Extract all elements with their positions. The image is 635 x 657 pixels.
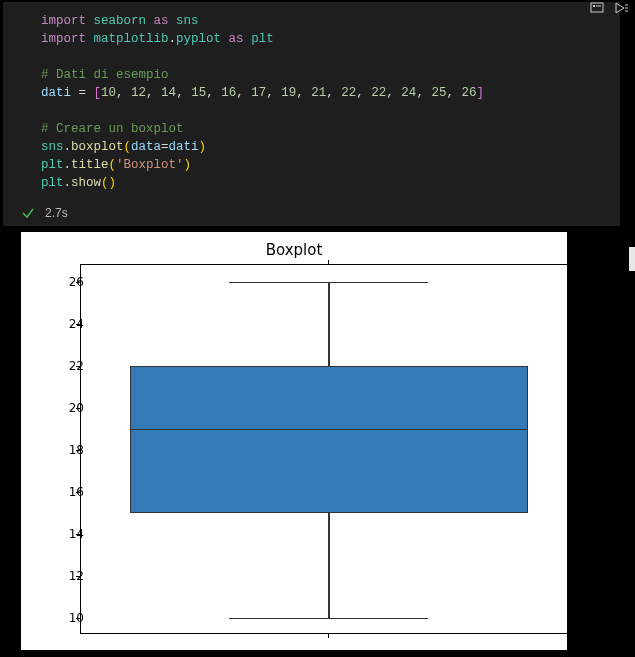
y-tick-mark-right [576, 408, 581, 409]
punct: . [64, 158, 72, 172]
number: 17 [251, 86, 266, 100]
number: 22 [341, 86, 356, 100]
box-iqr [130, 366, 528, 513]
chart-title: Boxplot [21, 241, 567, 259]
number: 14 [161, 86, 176, 100]
comment: # Creare un boxplot [41, 122, 184, 136]
whisker-cap-upper [229, 282, 428, 284]
object: sns [41, 140, 64, 154]
y-tick-mark-right [576, 534, 581, 535]
y-tick-mark [76, 492, 81, 493]
whisker-cap-lower [229, 618, 428, 620]
y-tick-mark [76, 282, 81, 283]
number: 22 [371, 86, 386, 100]
y-tick-mark [76, 408, 81, 409]
number: 12 [131, 86, 146, 100]
keyword: as [229, 32, 244, 46]
code-cell: import seaborn as sns import matplotlib.… [3, 2, 620, 226]
execution-time: 2.7s [45, 206, 68, 220]
y-tick-mark [76, 576, 81, 577]
param: data [131, 140, 161, 154]
y-tick-mark-right [576, 576, 581, 577]
object: plt [41, 176, 64, 190]
number: 21 [311, 86, 326, 100]
alias: sns [176, 14, 199, 28]
module: matplotlib [94, 32, 169, 46]
paren: ) [109, 176, 117, 190]
success-check-icon [21, 206, 35, 220]
median-line [130, 429, 528, 431]
whisker-lower [328, 513, 330, 618]
operator: = [161, 140, 169, 154]
cell-status: 2.7s [3, 202, 620, 226]
code-editor[interactable]: import seaborn as sns import matplotlib.… [3, 2, 620, 202]
y-tick-mark [76, 534, 81, 535]
plot-axes: 26 24 22 20 18 16 14 12 10 [80, 264, 577, 634]
y-tick-mark [76, 366, 81, 367]
punct: . [169, 32, 177, 46]
y-tick-mark-right [576, 366, 581, 367]
punct: . [64, 140, 72, 154]
paren: ( [101, 176, 109, 190]
y-tick-mark [76, 618, 81, 619]
paren: ) [184, 158, 192, 172]
y-tick-mark-right [576, 282, 581, 283]
number: 15 [191, 86, 206, 100]
keyword: as [154, 14, 169, 28]
y-tick-mark [76, 450, 81, 451]
number: 25 [431, 86, 446, 100]
adjacent-panel-edge [629, 247, 635, 271]
function: boxplot [71, 140, 124, 154]
y-tick-mark-right [576, 618, 581, 619]
y-tick-mark-right [576, 450, 581, 451]
function: title [71, 158, 109, 172]
submodule: pyplot [176, 32, 221, 46]
keyword: import [41, 32, 86, 46]
function: show [71, 176, 101, 190]
paren: ( [124, 140, 132, 154]
number: 19 [281, 86, 296, 100]
comment: # Dati di esempio [41, 68, 169, 82]
whisker-upper [328, 282, 330, 366]
bracket: ] [476, 86, 484, 100]
number: 10 [101, 86, 116, 100]
number: 24 [401, 86, 416, 100]
variable: dati [41, 86, 71, 100]
number: 26 [461, 86, 476, 100]
run-by-line-icon[interactable] [614, 1, 630, 15]
string: 'Boxplot' [116, 158, 184, 172]
argument: dati [169, 140, 199, 154]
number: 16 [221, 86, 236, 100]
y-tick-mark-right [576, 492, 581, 493]
paren: ( [109, 158, 117, 172]
y-tick-mark [76, 324, 81, 325]
keyword: import [41, 14, 86, 28]
x-tick-mark-bottom [328, 633, 329, 638]
cell-toolbar [590, 0, 630, 16]
module: seaborn [94, 14, 147, 28]
punct: . [64, 176, 72, 190]
clear-outputs-icon[interactable] [590, 1, 606, 15]
output-figure: Boxplot 26 24 22 20 18 16 14 12 10 [21, 232, 567, 650]
object: plt [41, 158, 64, 172]
x-tick-mark-top [328, 260, 329, 265]
operator: = [71, 86, 94, 100]
alias: plt [251, 32, 274, 46]
svg-rect-0 [591, 3, 603, 12]
paren: ) [199, 140, 207, 154]
bracket: [ [94, 86, 102, 100]
y-tick-mark-right [576, 324, 581, 325]
